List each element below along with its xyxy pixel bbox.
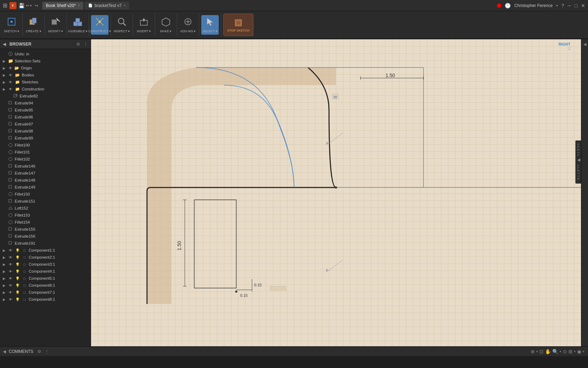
tree-item-extrude155[interactable]: Extrude155 <box>0 226 91 233</box>
tree-item-fillet102[interactable]: Fillet102 <box>0 156 91 163</box>
zoom-dropdown[interactable]: ▾ <box>560 350 561 353</box>
tree-item-comp3[interactable]: ▶ 👁 💡 □ Component3:1 <box>0 261 91 268</box>
svg-rect-29 <box>9 101 12 104</box>
grid-dropdown[interactable]: ▾ <box>574 350 576 353</box>
tree-item-comp6[interactable]: ▶ 👁 💡 □ Component6:1 <box>0 282 91 289</box>
display-icon[interactable]: ◉ <box>577 349 581 354</box>
sketch-button[interactable]: SKETCH ▾ <box>3 15 20 35</box>
tree-item-comp7[interactable]: ▶ 👁 💡 □ Component7:1 <box>0 289 91 296</box>
tree-item-comp8[interactable]: ▶ 👁 💡 □ Component8:1 <box>0 296 91 303</box>
tree-item-fillet153[interactable]: Fillet153 <box>0 212 91 219</box>
tree-item-extrude95[interactable]: Extrude95 <box>0 107 91 114</box>
tab-brackettest[interactable]: 📄 bracketTest v7 × <box>85 2 129 9</box>
browser-expand-icon[interactable]: ⋮ <box>84 42 88 47</box>
select-button[interactable]: SELECT ▾ <box>201 15 219 35</box>
display-dropdown[interactable]: ▾ <box>583 350 584 353</box>
construct-button[interactable]: CONSTRUCT ▾ <box>91 15 108 35</box>
tree-item-extrude147[interactable]: Extrude147 <box>0 170 91 177</box>
undo-icon[interactable]: ↩ <box>26 3 29 8</box>
tab-brackettest-close[interactable]: × <box>124 4 126 7</box>
tree-item-extrude156[interactable]: Extrude156 <box>0 233 91 240</box>
inspect-button[interactable]: INSPECT ▾ <box>113 15 131 35</box>
tree-item-extrude148[interactable]: Extrude148 <box>0 177 91 184</box>
undo-dropdown-icon[interactable]: ▾ <box>30 4 32 7</box>
sep6 <box>133 14 133 36</box>
sep7 <box>155 14 155 36</box>
tree-item-extrude82[interactable]: Extrude82 <box>0 93 91 100</box>
comp6-eye-icon: 👁 <box>8 282 13 288</box>
tree-item-extrude149[interactable]: Extrude149 <box>0 184 91 191</box>
tab-bookshelf[interactable]: Book Shelf v20* × <box>42 2 83 9</box>
comments-toggle-icon[interactable]: ⋮ <box>45 349 49 354</box>
tree-item-selection-sets[interactable]: ▶ 📁 Selection Sets <box>0 57 91 64</box>
window-minimize-icon[interactable]: ─ <box>568 3 571 8</box>
tree-item-extrude98[interactable]: Extrude98 <box>0 128 91 135</box>
expand-icon[interactable]: ◀ <box>3 349 6 354</box>
origin-label: Origin <box>21 66 89 70</box>
tree-item-bodies[interactable]: ▶ 👁 📂 Bodies <box>0 71 91 79</box>
stop-sketch-button[interactable]: STOP SKETCH <box>223 14 253 36</box>
snap-dropdown[interactable]: ▾ <box>536 350 538 353</box>
svg-marker-71 <box>326 268 329 272</box>
window-close-icon[interactable]: ✕ <box>581 3 585 8</box>
browser-collapse-icon[interactable]: ◀ <box>3 42 6 47</box>
tree-item-comp5[interactable]: ▶ 👁 💡 □ Component5:1 <box>0 275 91 282</box>
svg-point-37 <box>9 157 12 161</box>
pan-icon[interactable]: ✋ <box>545 349 551 354</box>
comments-settings-icon[interactable]: ⚙ <box>37 349 41 354</box>
insert-button[interactable]: INSERT ▾ <box>135 15 153 35</box>
browser-settings-icon[interactable]: ⚙ <box>76 42 80 47</box>
tree-item-extrude94[interactable]: Extrude94 <box>0 100 91 107</box>
redo-icon[interactable]: ↪ <box>35 3 38 8</box>
tree-item-sketches[interactable]: ▶ 👁 📁 Sketches <box>0 79 91 86</box>
tab-bookshelf-close[interactable]: × <box>78 4 80 7</box>
camera-icon[interactable]: ⊡ <box>539 349 544 354</box>
tree-item-extrude99[interactable]: Extrude99 <box>0 135 91 142</box>
svg-point-45 <box>9 213 12 217</box>
grid-view-icon[interactable]: ⊞ <box>568 349 573 354</box>
tree-item-extrude146[interactable]: Extrude146 <box>0 163 91 170</box>
user-name[interactable]: Christopher Ference <box>514 3 552 8</box>
grid-icon[interactable]: ⊞ <box>3 2 7 9</box>
sketch-canvas: 1.50 1.50 0.15 0.15 <box>91 39 581 346</box>
fit-icon[interactable]: ⊙ <box>563 349 567 354</box>
modify-button[interactable]: MODIFY ▾ <box>47 15 64 35</box>
zoom-icon[interactable]: 🔍 <box>552 349 558 354</box>
create-button[interactable]: CREATE ▾ <box>25 15 42 35</box>
addins-icon <box>183 17 193 29</box>
user-dropdown-icon[interactable]: ▾ <box>556 4 558 7</box>
tree-item-extrude97[interactable]: Extrude97 <box>0 121 91 128</box>
create-label: CREATE ▾ <box>26 29 41 33</box>
save-icon[interactable]: 💾 <box>19 3 24 8</box>
tree-item-origin[interactable]: ▶ 👁 📂 Origin <box>0 64 91 71</box>
tree-item-construction[interactable]: ▶ 👁 📁 Construction <box>0 86 91 93</box>
tree-item-extrude191[interactable]: Extrude191 <box>0 240 91 247</box>
tree-item-fillet101[interactable]: Fillet101 <box>0 149 91 156</box>
tree-item-fillet154[interactable]: Fillet154 <box>0 219 91 226</box>
tree-item-units[interactable]: ⓘ Units: in <box>0 50 91 57</box>
snap-icon[interactable]: ⊕ <box>531 349 535 354</box>
palette-collapse-arrow[interactable]: ◀ <box>583 42 586 47</box>
window-maximize-icon[interactable]: □ <box>575 3 578 8</box>
tree-item-comp1[interactable]: ▶ 👁 💡 □ Component1:1 <box>0 247 91 254</box>
help-icon[interactable]: ? <box>561 3 564 8</box>
comp3-label: Component3:1 <box>29 262 89 266</box>
tree-item-extrude96[interactable]: Extrude96 <box>0 114 91 121</box>
viewport[interactable]: RIGHT Z SKETCH PALETTE ◀ <box>91 39 581 346</box>
tree-item-extrude151[interactable]: Extrude151 <box>0 198 91 205</box>
extrude148-label: Extrude148 <box>15 178 89 182</box>
left-panel: ◀ BROWSER ⚙ ⋮ ⓘ Units: in ▶ 📁 Selection … <box>0 39 91 346</box>
extrude96-icon <box>8 114 13 120</box>
tree-item-fillet100[interactable]: Fillet100 <box>0 142 91 149</box>
make-button[interactable]: MAKE ▾ <box>157 15 175 35</box>
tree-item-comp2[interactable]: ▶ 👁 💡 □ Component2:1 <box>0 254 91 261</box>
tree-item-loft152[interactable]: Loft152 <box>0 205 91 212</box>
tree-item-comp4[interactable]: ▶ 👁 💡 □ Component4:1 <box>0 268 91 275</box>
extrude151-label: Extrude151 <box>15 199 89 203</box>
inspect-icon <box>117 17 127 29</box>
assemble-button[interactable]: ASSEMBLE ▾ <box>69 15 86 35</box>
tree-item-fillet150[interactable]: Fillet150 <box>0 191 91 198</box>
svg-point-12 <box>99 21 101 23</box>
comp7-eye-icon: 👁 <box>8 289 13 295</box>
addins-button[interactable]: ADD-INS ▾ <box>179 15 197 35</box>
